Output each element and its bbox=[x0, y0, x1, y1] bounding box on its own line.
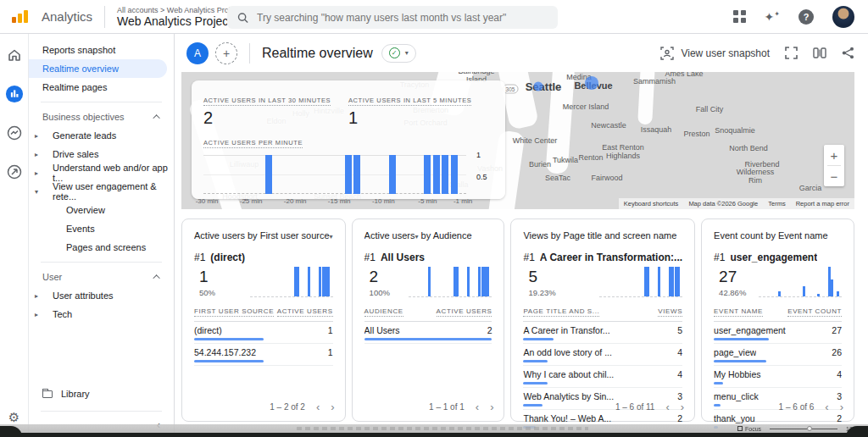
minute-bar bbox=[433, 155, 440, 194]
chevron-right-icon[interactable]: ▸ bbox=[35, 132, 38, 140]
metric-value: 27 bbox=[714, 268, 746, 286]
map-attribution-link[interactable]: Report a map error bbox=[796, 200, 849, 207]
pagination-prev-button[interactable]: ‹ bbox=[825, 401, 828, 413]
sidebar-item-realtime-overview[interactable]: Realtime overview bbox=[29, 59, 167, 78]
data-quality-badge[interactable]: ✓ ▾ bbox=[381, 44, 416, 63]
sidebar-item-view-user-engagement-rete[interactable]: ▾View user engagement & rete... bbox=[29, 182, 174, 201]
map-city-label: Mercer Island bbox=[563, 103, 609, 112]
comparison-chip-avatar[interactable]: A bbox=[186, 42, 209, 64]
pagination-next-button[interactable]: › bbox=[331, 401, 334, 413]
insights-sparkle-icon[interactable]: ✦✦ bbox=[765, 10, 780, 24]
table-row[interactable]: All Users2 bbox=[364, 322, 492, 344]
column-header[interactable]: AUDIENCE bbox=[364, 307, 403, 317]
focus-mode-button[interactable]: Focus bbox=[737, 426, 761, 432]
account-switcher[interactable]: All accounts > Web Analytics Project Web… bbox=[117, 6, 241, 28]
column-header[interactable]: PAGE TITLE AND S... bbox=[523, 307, 599, 317]
active-users-30min-label[interactable]: ACTIVE USERS IN LAST 30 MINUTES bbox=[203, 97, 331, 106]
map-city-label: North Bend bbox=[729, 145, 768, 153]
nav-section-user[interactable]: User bbox=[29, 268, 174, 286]
column-header[interactable]: ACTIVE USERS bbox=[437, 307, 492, 317]
chevron-down-icon[interactable]: ▾ bbox=[330, 233, 333, 241]
map-city-label: Preston bbox=[683, 130, 709, 139]
sidebar-item-pages-and-screens[interactable]: Pages and screens bbox=[29, 238, 174, 257]
realtime-geo-map[interactable]: SeattleMedinaBellevueSammamishAmes LakeM… bbox=[181, 72, 854, 209]
view-user-snapshot-button[interactable]: View user snapshot bbox=[660, 47, 770, 60]
apps-grid-icon[interactable] bbox=[733, 10, 746, 23]
sidebar-item-tech[interactable]: ▸Tech bbox=[29, 305, 174, 324]
fullscreen-icon[interactable] bbox=[785, 47, 798, 59]
table-row[interactable]: My Hobbies4 bbox=[714, 366, 842, 388]
admin-gear-icon[interactable]: ⚙ bbox=[0, 410, 28, 425]
table-row[interactable]: An odd love story of ...4 bbox=[523, 344, 682, 366]
search-input[interactable] bbox=[257, 12, 548, 24]
active-user-marker-seattle[interactable] bbox=[534, 82, 543, 91]
sidebar-item-generate-leads[interactable]: ▸Generate leads bbox=[29, 126, 174, 145]
page-title: Realtime overview bbox=[262, 46, 373, 61]
sidebar-item-library[interactable]: Library bbox=[29, 384, 174, 404]
home-icon[interactable] bbox=[5, 46, 24, 64]
sidebar-item-overview[interactable]: Overview bbox=[29, 201, 174, 219]
table-row[interactable]: (direct)1 bbox=[194, 322, 333, 344]
card-title[interactable]: Active users▾ by Audience bbox=[364, 230, 492, 241]
pagination-next-button[interactable]: › bbox=[681, 401, 684, 413]
map-city-label: Issaquah bbox=[641, 126, 672, 135]
sidebar-item-events[interactable]: Events bbox=[29, 219, 174, 238]
minute-bar bbox=[345, 155, 352, 194]
card-title[interactable]: Views by Page title and screen name bbox=[523, 230, 682, 241]
table-row[interactable]: page_view26 bbox=[714, 344, 842, 366]
analytics-logo-icon[interactable] bbox=[12, 10, 28, 23]
map-city-label: Seattle bbox=[526, 81, 562, 93]
external-status-bar: Focus 131% bbox=[0, 424, 868, 433]
nav-section-business-objectives[interactable]: Business objectives bbox=[29, 108, 174, 126]
chevron-right-icon[interactable]: ▸ bbox=[35, 169, 38, 177]
pagination-prev-button[interactable]: ‹ bbox=[316, 401, 320, 413]
map-zoom-in-button[interactable]: + bbox=[824, 145, 844, 165]
y-tick-1: 1 bbox=[476, 151, 481, 159]
map-zoom-out-button[interactable]: − bbox=[824, 166, 844, 186]
sidebar-item-reports-snapshot[interactable]: Reports snapshot bbox=[29, 41, 174, 59]
sidebar-item-user-attributes[interactable]: ▸User attributes bbox=[29, 286, 174, 305]
compare-devices-icon[interactable] bbox=[813, 47, 826, 59]
user-avatar[interactable] bbox=[832, 6, 854, 28]
chevron-up-icon bbox=[153, 114, 159, 121]
chevron-right-icon[interactable]: ▸ bbox=[35, 151, 38, 158]
card-title[interactable]: Active users by First user source▾ bbox=[194, 230, 333, 241]
active-users-5min-label[interactable]: ACTIVE USERS IN LAST 5 MINUTES bbox=[348, 97, 471, 106]
sidebar-item-understand-web-and-or-app-t[interactable]: ▸Understand web and/or app t... bbox=[29, 163, 174, 182]
pagination-prev-button[interactable]: ‹ bbox=[476, 401, 479, 413]
zoom-slider[interactable] bbox=[770, 429, 837, 429]
column-header[interactable]: ACTIVE USERS bbox=[277, 307, 333, 317]
help-icon[interactable]: ? bbox=[798, 9, 814, 25]
explore-icon[interactable] bbox=[5, 124, 24, 142]
table-row[interactable]: user_engagement27 bbox=[714, 322, 842, 344]
top-entity-name: user_engagement bbox=[730, 252, 817, 263]
map-city-label: Fairwood bbox=[591, 174, 622, 183]
reports-icon-active[interactable] bbox=[5, 85, 24, 103]
pagination-next-button[interactable]: › bbox=[840, 401, 843, 413]
search-bar[interactable] bbox=[227, 6, 558, 29]
card-title[interactable]: Event count by Event name bbox=[714, 230, 842, 241]
pagination-prev-button[interactable]: ‹ bbox=[665, 401, 669, 413]
chevron-down-icon[interactable]: ▾ bbox=[35, 188, 38, 196]
pagination-next-button[interactable]: › bbox=[490, 401, 493, 413]
active-user-marker-bellevue[interactable] bbox=[585, 76, 598, 90]
chevron-right-icon[interactable]: ▸ bbox=[35, 292, 38, 300]
chevron-up-icon bbox=[153, 274, 159, 281]
sidebar-item-drive-sales[interactable]: ▸Drive sales bbox=[29, 145, 174, 163]
table-row[interactable]: A Career in Transfor...5 bbox=[523, 322, 682, 344]
x-tick-label: -30 min bbox=[196, 197, 219, 205]
map-attribution-link[interactable]: Terms bbox=[768, 200, 785, 207]
map-attribution-link[interactable]: Keyboard shortcuts bbox=[624, 200, 679, 207]
chevron-right-icon[interactable]: ▸ bbox=[35, 311, 38, 318]
table-row[interactable]: 54.244.157.2321 bbox=[194, 344, 333, 366]
rank-label: #1 bbox=[364, 252, 376, 263]
advertising-icon[interactable] bbox=[5, 163, 24, 181]
sidebar-item-realtime-pages[interactable]: Realtime pages bbox=[29, 78, 174, 97]
column-header[interactable]: FIRST USER SOURCE bbox=[194, 307, 274, 317]
table-row[interactable]: Why I care about chil...4 bbox=[523, 366, 682, 388]
add-comparison-button[interactable]: + bbox=[215, 42, 237, 64]
column-header[interactable]: EVENT NAME bbox=[714, 307, 763, 317]
column-header[interactable]: EVENT COUNT bbox=[787, 307, 842, 317]
share-icon[interactable] bbox=[842, 47, 854, 59]
column-header[interactable]: VIEWS bbox=[658, 307, 682, 317]
